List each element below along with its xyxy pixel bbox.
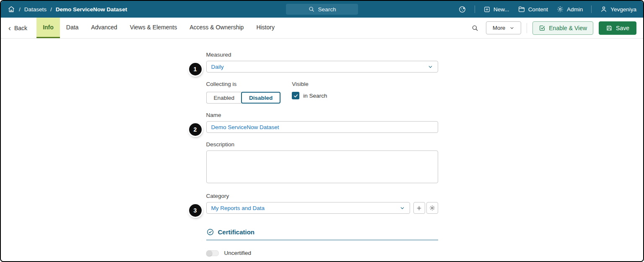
tab-bar: Info Data Advanced Views & Elements Acce…	[36, 18, 281, 38]
new-menu-label: New...	[493, 6, 509, 13]
category-field: Category 3 My Reports and Data	[206, 193, 438, 214]
certification-toggle[interactable]	[206, 250, 219, 256]
add-category-button[interactable]	[413, 202, 425, 214]
tab-data[interactable]: Data	[60, 18, 85, 38]
category-select[interactable]: My Reports and Data	[206, 202, 410, 214]
visible-in-search-checkbox[interactable]: in Search	[292, 92, 327, 99]
step-badge-3: 3	[189, 204, 202, 217]
floppy-disk-icon	[606, 25, 613, 31]
info-tab-content: Measured 1 Daily Collecting is Enabled	[1, 39, 643, 261]
description-label: Description	[206, 141, 438, 148]
top-navbar: / Datasets / Demo ServiceNow Dataset Sea…	[1, 1, 643, 18]
visible-field: Visible in Search	[292, 81, 327, 104]
visible-label: Visible	[292, 81, 327, 87]
name-input[interactable]	[206, 121, 438, 133]
certification-toggle-row: Uncertified	[206, 250, 438, 256]
tab-history[interactable]: History	[250, 18, 281, 38]
checkbox-check-icon	[539, 25, 545, 31]
breadcrumb-separator: /	[50, 6, 52, 13]
breadcrumb-datasets-link[interactable]: Datasets	[24, 6, 47, 13]
tab-label: History	[256, 24, 275, 31]
chevron-left-icon: ‹	[8, 24, 11, 32]
chevron-down-icon	[400, 205, 405, 211]
toolbar-actions: More Enable & View	[470, 18, 643, 38]
step-badge-2: 2	[189, 123, 202, 136]
back-button[interactable]: ‹ Back	[8, 18, 27, 38]
name-label: Name	[206, 112, 438, 118]
tab-label: Access & Ownership	[190, 24, 244, 31]
collecting-field: Collecting is Enabled Disabled	[206, 81, 281, 104]
admin-menu-label: Admin	[567, 6, 583, 13]
gear-icon	[429, 205, 436, 211]
step-badge-1: 1	[189, 63, 202, 75]
tab-views-elements[interactable]: Views & Elements	[124, 18, 184, 38]
collecting-disabled-label: Disabled	[249, 95, 273, 101]
user-menu-label: Yevgeniya	[610, 6, 636, 13]
description-textarea[interactable]	[206, 150, 438, 183]
tab-advanced[interactable]: Advanced	[85, 18, 123, 38]
certification-toggle-label: Uncertified	[224, 250, 252, 256]
certification-header: Certification	[206, 228, 438, 240]
navbar-actions: New... Content Admin	[458, 5, 636, 13]
category-label: Category	[206, 193, 438, 199]
save-button[interactable]: Save	[599, 21, 636, 35]
content-menu-button[interactable]: Content	[518, 5, 548, 13]
collecting-visible-row: Collecting is Enabled Disabled Visible	[206, 81, 438, 104]
admin-menu-button[interactable]: Admin	[556, 5, 583, 13]
collecting-enabled-button[interactable]: Enabled	[206, 92, 242, 104]
editor-toolbar: ‹ Back Info Data Advanced Views & Elemen…	[1, 18, 643, 39]
enable-and-view-button[interactable]: Enable & View	[532, 21, 593, 35]
user-icon	[600, 5, 608, 13]
new-menu-button[interactable]: New...	[483, 6, 509, 13]
tab-label: Data	[66, 24, 79, 31]
category-settings-button[interactable]	[426, 202, 438, 214]
breadcrumb: / Datasets / Demo ServiceNow Dataset	[8, 5, 127, 13]
home-icon[interactable]	[8, 5, 15, 13]
user-menu-button[interactable]: Yevgeniya	[600, 5, 636, 13]
plus-icon	[416, 205, 422, 211]
breadcrumb-current-page: Demo ServiceNow Dataset	[56, 6, 127, 13]
visible-in-search-label: in Search	[303, 93, 327, 99]
description-field: Description	[206, 141, 438, 184]
tab-info[interactable]: Info	[36, 18, 60, 38]
tab-label: Views & Elements	[130, 24, 177, 31]
dots-circle-icon[interactable]	[458, 5, 466, 13]
toolbar-divider	[527, 23, 527, 33]
category-row: My Reports and Data	[206, 202, 438, 214]
global-search-label: Search	[318, 6, 336, 13]
certification-section: Certification Uncertified	[206, 228, 438, 256]
collecting-disabled-button[interactable]: Disabled	[241, 92, 280, 104]
gear-icon	[556, 5, 564, 13]
navbar-divider	[591, 5, 592, 13]
category-value: My Reports and Data	[211, 205, 265, 211]
global-search-button[interactable]: Search	[286, 4, 358, 15]
folder-icon	[518, 5, 525, 13]
back-label: Back	[14, 25, 27, 31]
checkbox-checked-icon	[292, 92, 299, 99]
chevron-down-icon	[428, 64, 433, 70]
certification-title: Certification	[218, 228, 255, 236]
measured-label: Measured	[206, 52, 438, 58]
save-label: Save	[616, 25, 629, 31]
plus-square-icon	[483, 6, 491, 13]
collecting-label: Collecting is	[206, 81, 281, 87]
measured-select[interactable]: Daily	[206, 61, 438, 73]
more-label: More	[493, 25, 505, 31]
breadcrumb-separator: /	[19, 6, 21, 13]
name-field: Name 2	[206, 112, 438, 133]
toggle-knob	[206, 250, 212, 256]
toolbar-search-icon[interactable]	[470, 23, 480, 34]
tab-access-ownership[interactable]: Access & Ownership	[183, 18, 250, 38]
badge-check-icon	[206, 228, 214, 236]
collecting-toggle-group: Enabled Disabled	[206, 92, 281, 104]
chevron-down-icon	[509, 26, 514, 31]
search-icon	[308, 6, 315, 13]
more-dropdown-button[interactable]: More	[486, 21, 521, 34]
content-menu-label: Content	[528, 6, 548, 13]
app-window: / Datasets / Demo ServiceNow Dataset Sea…	[0, 0, 644, 262]
measured-field: Measured 1 Daily	[206, 52, 438, 73]
navbar-divider	[475, 5, 475, 13]
collecting-enabled-label: Enabled	[214, 95, 235, 101]
tab-label: Info	[43, 24, 54, 31]
enable-and-view-label: Enable & View	[549, 25, 587, 31]
